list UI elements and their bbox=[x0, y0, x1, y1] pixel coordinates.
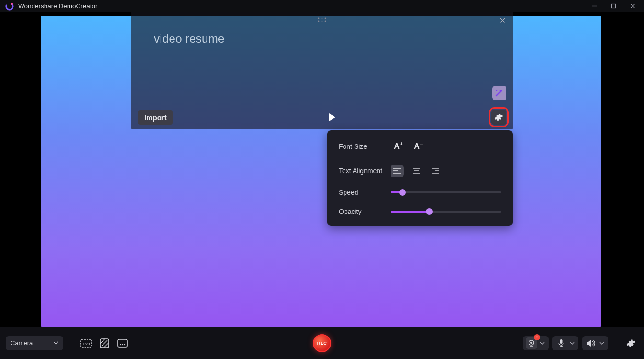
align-center-button[interactable] bbox=[410, 165, 423, 177]
svg-point-14 bbox=[120, 344, 121, 345]
speed-slider[interactable] bbox=[391, 191, 501, 193]
settings-button[interactable] bbox=[624, 336, 638, 350]
alert-badge: ! bbox=[534, 334, 540, 340]
prompter-play-button[interactable] bbox=[328, 113, 336, 122]
speaker-icon bbox=[585, 337, 597, 349]
camera-mode-label: Camera bbox=[11, 339, 33, 347]
microphone-source-button[interactable] bbox=[552, 336, 578, 350]
svg-point-9 bbox=[496, 90, 498, 91]
chevron-down-icon bbox=[539, 342, 546, 345]
svg-rect-2 bbox=[611, 4, 615, 8]
divider bbox=[71, 336, 71, 350]
stage-wrap: video resume Import Font Size A+ A− Text… bbox=[0, 12, 644, 327]
align-left-button[interactable] bbox=[391, 165, 404, 177]
svg-point-6 bbox=[318, 21, 320, 22]
prompter-controls: Import bbox=[131, 106, 513, 129]
svg-point-15 bbox=[122, 344, 123, 345]
speaker-source-button[interactable] bbox=[582, 336, 608, 350]
drag-grip-icon[interactable] bbox=[317, 17, 327, 22]
svg-rect-13 bbox=[118, 339, 127, 347]
prompter-text-area[interactable]: video resume bbox=[131, 27, 513, 106]
svg-point-3 bbox=[318, 18, 320, 19]
opacity-label: Opacity bbox=[339, 208, 391, 215]
prompter-settings-popup: Font Size A+ A− Text Alignment Speed Op bbox=[327, 130, 513, 226]
prompter-text: video resume bbox=[154, 32, 225, 45]
aspect-ratio-button[interactable]: 16:9 bbox=[79, 336, 93, 350]
alignment-label: Text Alignment bbox=[339, 167, 391, 175]
speed-label: Speed bbox=[339, 189, 391, 196]
record-button[interactable]: REC bbox=[313, 334, 331, 352]
titlebar: Wondershare DemoCreator bbox=[0, 0, 644, 12]
align-right-button[interactable] bbox=[429, 165, 442, 177]
prompter-settings-button[interactable] bbox=[491, 110, 506, 125]
svg-point-4 bbox=[322, 18, 323, 19]
chevron-down-icon bbox=[53, 341, 58, 345]
teleprompter-toggle-button[interactable] bbox=[115, 336, 130, 350]
font-increase-button[interactable]: A+ bbox=[391, 140, 406, 153]
font-decrease-button[interactable]: A− bbox=[411, 140, 426, 153]
teleprompter-panel: video resume Import bbox=[131, 12, 513, 129]
bottom-toolbar: Camera 16:9 REC ! bbox=[0, 327, 644, 359]
record-label: REC bbox=[317, 341, 327, 346]
camera-mode-select[interactable]: Camera bbox=[6, 336, 63, 350]
maximize-button[interactable] bbox=[604, 0, 623, 12]
opacity-slider[interactable] bbox=[391, 211, 501, 213]
ai-magic-button[interactable] bbox=[492, 86, 506, 100]
close-window-button[interactable] bbox=[623, 0, 642, 12]
app-title: Wondershare DemoCreator bbox=[18, 2, 98, 10]
import-button[interactable]: Import bbox=[138, 110, 173, 125]
svg-point-7 bbox=[322, 21, 323, 22]
app-logo-icon bbox=[5, 1, 14, 11]
divider bbox=[616, 336, 616, 350]
svg-point-8 bbox=[325, 21, 326, 22]
svg-point-5 bbox=[325, 18, 326, 19]
prompter-close-button[interactable] bbox=[498, 16, 506, 24]
chevron-down-icon bbox=[598, 342, 605, 345]
webcam-source-button[interactable]: ! bbox=[523, 336, 549, 350]
svg-point-16 bbox=[124, 344, 125, 345]
chevron-down-icon bbox=[569, 342, 575, 345]
font-size-label: Font Size bbox=[339, 143, 391, 150]
microphone-icon bbox=[555, 337, 567, 349]
svg-rect-19 bbox=[560, 339, 563, 344]
background-pattern-button[interactable] bbox=[97, 336, 112, 350]
svg-point-18 bbox=[530, 342, 532, 344]
svg-point-1 bbox=[11, 3, 13, 5]
svg-text:16:9: 16:9 bbox=[83, 341, 90, 346]
minimize-button[interactable] bbox=[585, 0, 604, 12]
